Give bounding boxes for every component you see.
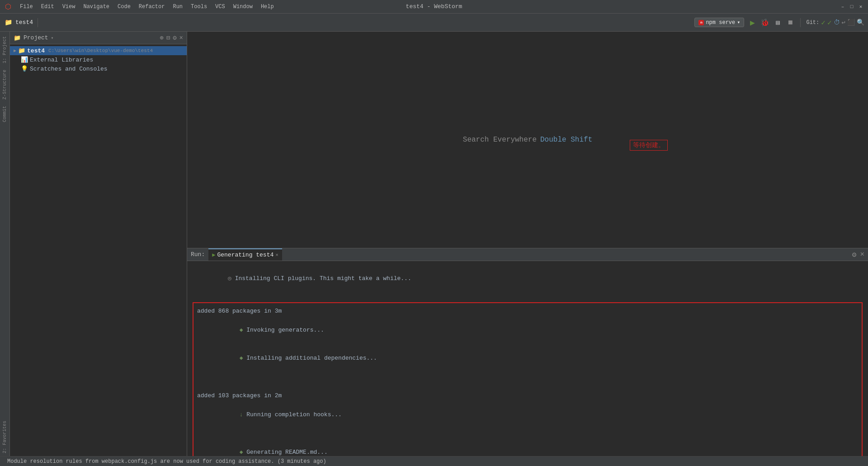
sidebar-add-icon[interactable]: ⊕ xyxy=(160,34,163,42)
console-output: ◎ Installing CLI plugins. This might tak… xyxy=(187,261,868,456)
git-rollback-icon[interactable]: ↩ xyxy=(842,19,845,26)
tree-item-scratches[interactable]: 💡 Scratches and Consoles xyxy=(10,64,187,73)
window-controls: – □ ✕ xyxy=(839,3,864,10)
tree-scratch-label: Scratches and Consoles xyxy=(30,66,108,72)
status-bar: Module resolution rules from webpack.con… xyxy=(0,456,868,466)
title-bar-left: ⬡ File Edit View Navigate Code Refactor … xyxy=(4,2,278,11)
highlight-box: added 868 packages in 3m ◆ Invoking gene… xyxy=(193,302,863,456)
menu-vcs[interactable]: VCS xyxy=(212,3,229,11)
git-checkmark-green[interactable]: ✓ xyxy=(821,18,826,27)
menu-code[interactable]: Code xyxy=(114,3,134,11)
run-panel-actions: ⚙ × xyxy=(852,250,864,259)
run-panel: Run: ▶ Generating test4 × ⚙ × ◎ Installi… xyxy=(187,248,868,456)
git-push-icon[interactable]: ⬛ xyxy=(847,19,855,26)
menu-window[interactable]: Window xyxy=(230,3,256,11)
search-label: Search Everywhere xyxy=(463,136,537,144)
spinner-icon: ◎ xyxy=(228,275,235,282)
run-close-panel-icon[interactable]: × xyxy=(860,251,864,259)
toolbar-sep-1 xyxy=(38,18,38,27)
run-tab-generating[interactable]: ▶ Generating test4 × xyxy=(208,248,282,261)
waiting-creation-text: 等待创建。 xyxy=(630,140,668,151)
console-line-installing-deps: ◆ Installing additional dependencies... xyxy=(197,344,858,372)
menu-help[interactable]: Help xyxy=(257,3,278,11)
npm-indicator-icon: n xyxy=(698,20,704,25)
side-icon-favorites[interactable]: 2: Favorites xyxy=(1,418,8,456)
double-shift-label: Double Shift xyxy=(540,136,592,144)
tree-arrow-root: ▶ xyxy=(14,48,16,53)
npm-dropdown-icon: ▾ xyxy=(737,19,740,26)
git-checkmark2[interactable]: ✓ xyxy=(827,18,832,27)
console-line-blank3 xyxy=(197,382,858,392)
menu-navigate[interactable]: Navigate xyxy=(80,3,113,11)
project-name-label: test4 xyxy=(15,19,33,26)
sidebar-dropdown-icon[interactable]: ▾ xyxy=(51,35,54,41)
title-bar: ⬡ File Edit View Navigate Code Refactor … xyxy=(0,0,868,14)
console-line-added868: added 868 packages in 3m xyxy=(197,307,858,316)
project-folder-icon: 📁 xyxy=(4,18,13,27)
menu-run[interactable]: Run xyxy=(169,3,186,11)
tree-root-folder-icon: 📁 xyxy=(18,47,25,54)
git-label: Git: xyxy=(806,19,819,26)
sidebar-collapse-icon[interactable]: ⊟ xyxy=(166,34,170,42)
side-icon-structure[interactable]: Z-Structure xyxy=(1,67,8,102)
tree-lib-label: External Libraries xyxy=(30,57,93,63)
main-toolbar: 📁 test4 n npm serve ▾ ▶ 🐞 ▤ ⏹ Git: ✓ ✓ ⏱… xyxy=(0,14,868,32)
git-search-icon[interactable]: 🔍 xyxy=(857,19,864,26)
run-label: Run: xyxy=(191,251,205,258)
console-line-completion: ↓ Running completion hooks... xyxy=(197,401,858,429)
window-title: test4 - WebStorm xyxy=(406,3,462,10)
console-line-0: ◎ Installing CLI plugins. This might tak… xyxy=(193,265,863,293)
run-tab-play-icon: ▶ xyxy=(212,252,215,258)
menu-tools[interactable]: Tools xyxy=(187,3,211,11)
status-bar-message: Module resolution rules from webpack.con… xyxy=(4,458,330,465)
npm-serve-button[interactable]: n npm serve ▾ xyxy=(694,18,744,27)
npm-serve-label: npm serve xyxy=(706,19,735,26)
minimize-button[interactable]: – xyxy=(839,3,846,10)
console-line-blank4 xyxy=(197,429,858,439)
side-icon-project[interactable]: 1: Project xyxy=(1,33,8,66)
console-line-blank2 xyxy=(197,373,858,382)
sidebar-close-icon[interactable]: × xyxy=(179,34,183,42)
close-button[interactable]: ✕ xyxy=(857,3,864,10)
maximize-button[interactable]: □ xyxy=(848,3,855,10)
toolbar-sep-2 xyxy=(800,18,801,27)
menu-edit[interactable]: Edit xyxy=(38,3,58,11)
git-history-icon[interactable]: ⏱ xyxy=(834,19,840,26)
run-settings-icon[interactable]: ⚙ xyxy=(852,250,857,259)
app-icon: ⬡ xyxy=(4,2,13,11)
stop-button[interactable]: ⏹ xyxy=(786,18,795,27)
tree-root-path: C:\Users\win\Desktop\vue-demo\test4 xyxy=(48,48,153,53)
editor-area: Search Everywhere Double Shift 等待创建。 xyxy=(187,32,868,248)
sidebar-settings-icon[interactable]: ⚙ xyxy=(173,34,176,42)
sidebar-actions: ⊕ ⊟ ⚙ × xyxy=(160,34,183,42)
console-line-blank1 xyxy=(193,293,863,302)
tree-lib-icon: 📊 xyxy=(21,56,28,63)
tree-scratch-icon: 💡 xyxy=(21,65,28,72)
sidebar-folder-icon: 📁 xyxy=(14,34,21,42)
tree-item-external-libraries[interactable]: 📊 External Libraries xyxy=(10,55,187,64)
content-area: Search Everywhere Double Shift 等待创建。 Run… xyxy=(187,32,868,456)
debug-button[interactable]: 🐞 xyxy=(760,18,769,27)
side-panel-icons: 1: Project Z-Structure Commit 2: Favorit… xyxy=(0,32,10,456)
tree-root-label: test4 xyxy=(27,48,45,54)
file-tree: ▶ 📁 test4 C:\Users\win\Desktop\vue-demo\… xyxy=(10,44,187,456)
console-line-added103: added 103 packages in 2m xyxy=(197,391,858,401)
sidebar-header: 📁 Project ▾ ⊕ ⊟ ⚙ × xyxy=(10,32,187,44)
menu-bar: File Edit View Navigate Code Refactor Ru… xyxy=(16,3,278,11)
coverage-button[interactable]: ▤ xyxy=(773,18,782,27)
tree-item-root[interactable]: ▶ 📁 test4 C:\Users\win\Desktop\vue-demo\… xyxy=(10,46,187,55)
sidebar-title-label: Project xyxy=(24,34,48,41)
run-tab-close[interactable]: × xyxy=(275,252,278,258)
menu-view[interactable]: View xyxy=(59,3,79,11)
project-sidebar: 📁 Project ▾ ⊕ ⊟ ⚙ × ▶ 📁 test4 C:\Users\w… xyxy=(10,32,187,456)
main-layout: 1: Project Z-Structure Commit 2: Favorit… xyxy=(0,32,868,456)
toolbar-run-area: n npm serve ▾ ▶ 🐞 ▤ ⏹ Git: ✓ ✓ ⏱ ↩ ⬛ 🔍 xyxy=(694,18,864,27)
menu-file[interactable]: File xyxy=(16,3,37,11)
run-tab-label: Generating test4 xyxy=(217,252,274,258)
menu-refactor[interactable]: Refactor xyxy=(135,3,169,11)
run-button[interactable]: ▶ xyxy=(748,18,757,27)
run-panel-header: Run: ▶ Generating test4 × ⚙ × xyxy=(187,248,868,261)
console-line-invoking: ◆ Invoking generators... xyxy=(197,316,858,344)
side-icon-commit[interactable]: Commit xyxy=(1,103,8,125)
git-toolbar: Git: ✓ ✓ ⏱ ↩ ⬛ 🔍 xyxy=(806,18,864,27)
